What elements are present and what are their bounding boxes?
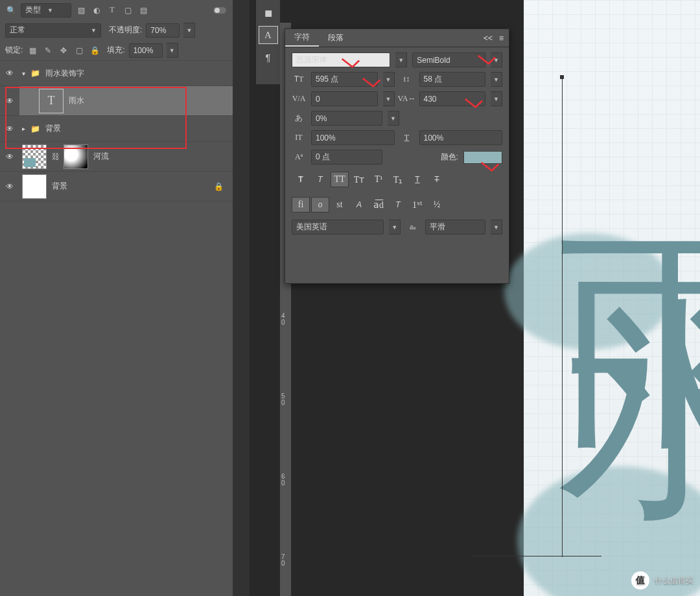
leading-caret[interactable]: ▼ — [491, 72, 502, 87]
visibility-icon[interactable]: 👁 — [6, 69, 14, 78]
canvas-blob — [504, 233, 673, 350]
fill-caret[interactable]: ▼ — [167, 43, 178, 58]
opacity-caret[interactable]: ▼ — [183, 23, 195, 38]
tab-paragraph[interactable]: 段落 — [319, 29, 353, 47]
layer-masked-row[interactable]: 👁 ⛓ 河流 — [0, 142, 233, 172]
lock-paint-icon[interactable]: ✎ — [42, 45, 54, 56]
vscale-input[interactable]: 100% — [311, 130, 395, 145]
underline-button[interactable]: T — [408, 172, 426, 187]
lock-all-icon[interactable]: 🔒 — [89, 45, 100, 56]
blend-mode-value: 正常 — [10, 25, 25, 36]
search-icon: 🔍 — [5, 5, 17, 16]
visibility-icon[interactable]: 👁 — [6, 97, 14, 106]
lock-icon[interactable]: 🔒 — [214, 182, 224, 191]
blend-mode-select[interactable]: 正常 ▼ — [5, 23, 101, 38]
tab-character[interactable]: 字符 — [285, 29, 319, 47]
bold-button[interactable]: T — [292, 172, 310, 187]
document-canvas[interactable]: 雨水 — [524, 0, 700, 596]
swash-button[interactable]: A — [350, 197, 368, 212]
text-baseline-h — [472, 556, 601, 556]
antialias-select[interactable]: 平滑 — [425, 220, 485, 235]
font-weight-select[interactable]: SemiBold — [412, 52, 485, 67]
layer-filter-select[interactable]: 类型 ▼ — [21, 3, 71, 17]
layer-group-row[interactable]: 👁 ▾ 📁 雨水装饰字 — [0, 60, 233, 86]
layers-panel: 🔍 类型 ▼ ▧ ◐ T ▢ ▤ 正常 ▼ 不透明度: 70% ▼ 锁定: ▦ … — [0, 0, 233, 596]
text-layer-thumb: T — [39, 89, 64, 113]
kerning-input[interactable]: 0 — [311, 91, 378, 106]
ligature-button[interactable]: fi — [292, 197, 310, 212]
opacity-input[interactable]: 70% — [146, 23, 180, 38]
text-baseline — [562, 78, 563, 557]
tracking-icon: VA↔ — [400, 94, 414, 104]
collapse-icon[interactable]: << — [484, 34, 493, 43]
type-style-row-1: T T TT Tᴛ T¹ T₁ T T — [292, 169, 502, 190]
layer-name: 雨水装饰字 — [45, 68, 84, 79]
folder-icon: 📁 — [30, 69, 40, 78]
canvas-big-text: 雨水 — [517, 58, 700, 152]
watermark-text: 什么值得买 — [655, 575, 694, 586]
allcaps-button[interactable]: TT — [331, 172, 349, 187]
antialias-caret[interactable]: ▼ — [491, 220, 502, 235]
titling-button[interactable]: a͞d — [369, 197, 388, 212]
stylistic-button[interactable]: st — [331, 197, 349, 212]
panel-icon[interactable]: ◼ — [259, 4, 278, 22]
ordinal-button[interactable]: 1ˢᵗ — [408, 197, 426, 212]
visibility-icon[interactable]: 👁 — [6, 182, 14, 191]
watermark-badge: 值 — [631, 571, 649, 590]
mask-link-icon[interactable]: ⛓ — [52, 152, 58, 161]
superscript-button[interactable]: T¹ — [369, 172, 388, 187]
fill-input[interactable]: 100% — [129, 43, 163, 58]
chevron-right-icon[interactable]: ▸ — [22, 125, 25, 132]
layer-text-row[interactable]: 👁 T 雨水 — [0, 86, 233, 116]
subscript-button[interactable]: T₁ — [389, 172, 407, 187]
fraction-button[interactable]: ½ — [428, 197, 446, 212]
font-size-icon: TT — [292, 74, 306, 84]
font-family-caret[interactable]: ▼ — [395, 52, 407, 67]
filter-toggle[interactable] — [212, 5, 228, 16]
tsume-caret[interactable]: ▼ — [388, 111, 399, 126]
opacity-label: 不透明度: — [109, 25, 142, 36]
italic-button[interactable]: T — [311, 172, 329, 187]
language-select[interactable]: 美国英语 — [292, 220, 384, 235]
character-panel-icon[interactable]: A — [259, 26, 278, 44]
kerning-caret[interactable]: ▼ — [383, 91, 395, 106]
ordinals-button[interactable]: T — [389, 197, 407, 212]
lock-move-icon[interactable]: ✥ — [58, 45, 69, 56]
baseline-icon: Aª — [292, 152, 306, 162]
visibility-icon[interactable]: 👁 — [6, 124, 14, 133]
svg-point-1 — [215, 8, 220, 13]
layer-name: 背景 — [52, 181, 67, 192]
filter-image-icon[interactable]: ▧ — [75, 5, 87, 16]
leading-input[interactable]: 58 点 — [419, 72, 486, 87]
chevron-down-icon[interactable]: ▾ — [22, 70, 25, 77]
tsume-icon: あ — [292, 113, 306, 124]
strike-button[interactable]: T — [428, 172, 446, 187]
baseline-input[interactable]: 0 点 — [311, 150, 382, 165]
layer-name: 背景 — [45, 123, 61, 134]
paragraph-panel-icon[interactable]: ¶ — [259, 48, 278, 66]
layer-group-row[interactable]: 👁 ▸ 📁 背景 — [0, 116, 233, 142]
lock-label: 锁定: — [5, 45, 23, 56]
lock-artboard-icon[interactable]: ▢ — [73, 45, 85, 56]
language-caret[interactable]: ▼ — [389, 220, 401, 235]
filter-shape-icon[interactable]: ▢ — [122, 5, 134, 16]
hscale-input[interactable]: 100% — [419, 130, 503, 145]
layer-filter-label: 类型 — [25, 5, 41, 16]
panel-menu-icon[interactable]: ≡ — [499, 34, 504, 43]
kerning-icon: V/A — [292, 94, 306, 104]
contextual-button[interactable]: o — [311, 197, 329, 212]
tsume-input[interactable]: 0% — [311, 111, 382, 126]
filter-adjust-icon[interactable]: ◐ — [91, 5, 102, 16]
filter-smart-icon[interactable]: ▤ — [137, 5, 149, 16]
hscale-icon: T — [400, 133, 414, 143]
visibility-icon[interactable]: 👁 — [6, 152, 14, 161]
tracking-caret[interactable]: ▼ — [491, 91, 502, 106]
filter-text-icon[interactable]: T — [106, 5, 118, 16]
vscale-icon: IT — [292, 133, 306, 143]
font-family-select[interactable]: 思源宋体 — [292, 52, 390, 67]
layer-bg-row[interactable]: 👁 背景 🔒 — [0, 172, 233, 201]
lock-pixels-icon[interactable]: ▦ — [27, 45, 38, 56]
font-size-caret[interactable]: ▼ — [383, 72, 395, 87]
smallcaps-button[interactable]: Tᴛ — [350, 172, 368, 187]
color-label: 颜色: — [441, 152, 458, 163]
